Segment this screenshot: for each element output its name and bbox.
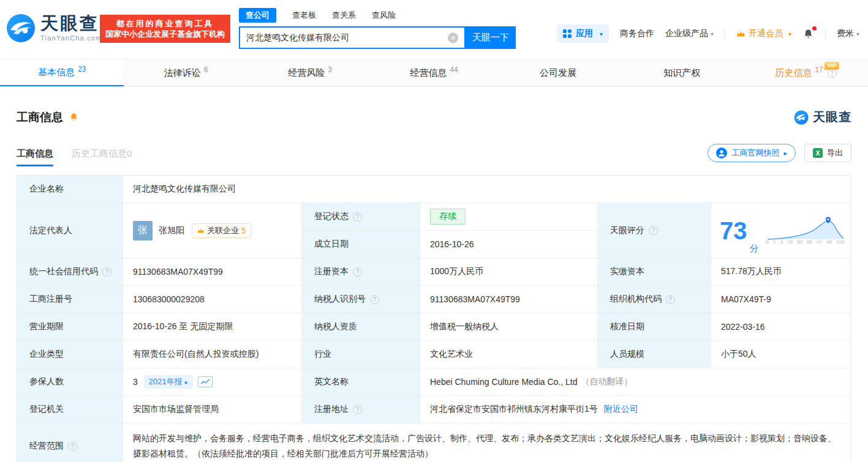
- tab-basic-info[interactable]: 基本信息 23: [0, 59, 124, 86]
- company-name-label: 企业名称: [17, 176, 123, 203]
- english-name-value: Hebei Chuming Culture Media Co., Ltd （自动…: [420, 368, 851, 396]
- tianyancha-logo-icon: [6, 13, 36, 43]
- monitor-bell-icon[interactable]: [69, 112, 79, 122]
- help-icon[interactable]: [666, 295, 675, 304]
- label-text: 组织机构代码: [610, 294, 662, 305]
- export-label: 导出: [827, 147, 843, 158]
- label-text: 成立日期: [314, 239, 349, 250]
- value-text: 2016-10-26: [430, 239, 474, 249]
- approval-date-value: 2022-03-16: [711, 313, 851, 341]
- section-title: 工商信息: [17, 110, 63, 125]
- search-tab-boss[interactable]: 查老板: [292, 10, 316, 21]
- help-icon[interactable]: [353, 267, 362, 277]
- search-tab-risk[interactable]: 查风险: [372, 10, 396, 21]
- search-tab-company[interactable]: 查公司: [239, 8, 276, 23]
- official-snapshot-button[interactable]: 工商官网快照: [708, 144, 796, 162]
- label-text: 天眼评分: [610, 225, 644, 236]
- search-row: 天眼一下: [239, 26, 516, 49]
- help-icon[interactable]: [649, 226, 658, 235]
- related-companies-badge[interactable]: 关联企业 5: [192, 223, 251, 238]
- tab-operating-risk[interactable]: 经营风险 3: [248, 59, 372, 86]
- reg-status-label: 登记状态: [302, 203, 420, 231]
- tab-label: 基本信息: [38, 67, 75, 78]
- axis-tick: 3: [780, 239, 783, 245]
- annual-report-chip[interactable]: 2021年报: [144, 375, 193, 389]
- subtab-row: 工商信息 历史工商信息0 工商官网快照 导出: [17, 144, 851, 166]
- label-text: 核准日期: [610, 321, 644, 332]
- value-text: 河北省保定市安国市祁州镇东河村康平街1号: [430, 404, 598, 415]
- promo-banner: 都在用的商业查询工具 国家中小企业发展子基金旗下机构: [100, 15, 230, 43]
- reg-authority-label: 登记机关: [17, 396, 123, 423]
- axis-tick: 97: [817, 239, 822, 245]
- approval-date-label: 核准日期: [598, 313, 711, 341]
- promo-line2: 国家中小企业发展子基金旗下机构: [105, 29, 225, 39]
- label-text: 注册资本: [314, 266, 349, 277]
- nav-enterprise-products[interactable]: 企业级产品: [665, 28, 714, 39]
- subtab-label: 历史工商信息: [72, 148, 127, 158]
- notifications-bell[interactable]: [802, 28, 814, 40]
- label-text: 纳税人识别号: [314, 294, 366, 305]
- snapshot-icon: [716, 147, 727, 158]
- export-button[interactable]: 导出: [804, 144, 851, 162]
- tab-count: 23: [78, 65, 86, 73]
- nav-open-vip[interactable]: 开通会员: [736, 28, 791, 39]
- label-text: 英文名称: [314, 376, 349, 387]
- address-value: 河北省保定市安国市祁州镇东河村康平街1号 附近公司: [420, 396, 851, 423]
- user-menu[interactable]: 费米: [837, 28, 859, 39]
- apps-menu[interactable]: 应用: [557, 24, 609, 43]
- tax-id-value: 91130683MA07X49T99: [420, 286, 598, 313]
- value-text: Hebei Chuming Culture Media Co., Ltd: [430, 377, 577, 387]
- value-text: 文化艺术业: [430, 349, 473, 360]
- help-icon[interactable]: [68, 442, 77, 451]
- tab-history-info[interactable]: VIP 历史信息 17: [744, 59, 868, 86]
- tab-label: 法律诉讼: [164, 67, 201, 79]
- related-label: 关联企业: [207, 225, 239, 236]
- help-icon[interactable]: [370, 295, 379, 304]
- staff-size-value: 小于50人: [711, 341, 851, 368]
- nearby-companies-link[interactable]: 附近公司: [604, 404, 638, 415]
- search-button[interactable]: 天眼一下: [466, 26, 516, 49]
- subtab-history-business-info[interactable]: 历史工商信息0: [72, 148, 132, 166]
- auto-translate-note: （自动翻译）: [581, 376, 632, 387]
- tab-legal-proceedings[interactable]: 法律诉讼 6: [124, 59, 247, 86]
- help-icon[interactable]: [102, 267, 111, 277]
- tab-operating-info[interactable]: 经营信息 44: [372, 59, 496, 86]
- score-number: 73: [720, 218, 747, 243]
- help-icon[interactable]: [353, 212, 362, 222]
- legal-rep-avatar[interactable]: 张: [133, 221, 153, 240]
- section-header: 工商信息 天眼查: [17, 109, 851, 125]
- value-text: 130683000029208: [133, 294, 205, 304]
- business-term-label: 营业期限: [17, 313, 123, 341]
- establish-date-label: 成立日期: [302, 231, 420, 258]
- tab-label: 经营风险: [288, 67, 325, 79]
- search-input[interactable]: [246, 33, 445, 43]
- value-text: 2016-10-26 至 无固定期限: [133, 321, 233, 332]
- taxpayer-quality-label: 纳税人资质: [302, 313, 420, 341]
- help-icon[interactable]: [353, 405, 362, 414]
- value-text: 网站的开发与维护，会务服务，经营电子商务，组织文化艺术交流活动，广告设计、制作、…: [133, 433, 836, 458]
- tab-intellectual-property[interactable]: 知识产权: [620, 59, 744, 86]
- label-text: 统一社会信用代码: [29, 266, 98, 277]
- tianyancha-logo[interactable]: 天眼查 TianYanCha.com: [6, 13, 102, 43]
- subtab-business-info[interactable]: 工商信息: [17, 148, 53, 166]
- clear-search-icon[interactable]: [448, 32, 458, 43]
- score-unit: 分: [750, 243, 759, 255]
- value-text: 1000万人民币: [430, 266, 483, 277]
- search-area: 查公司 查老板 查关系 查风险 天眼一下: [239, 8, 516, 49]
- axis-tick: 1: [773, 239, 776, 245]
- business-info-table: 企业名称 河北楚鸣文化传媒有限公司 法定代表人 张 张旭阳 关联企业 5 登记状…: [17, 175, 851, 462]
- company-tab-bar: 基本信息 23 法律诉讼 6 经营风险 3 经营信息 44 公司发展 知识产权 …: [0, 59, 868, 87]
- excel-icon: [813, 148, 823, 158]
- paid-capital-value: 517.78万人民币: [711, 258, 851, 286]
- legal-rep-name[interactable]: 张旭阳: [159, 225, 184, 236]
- search-tab-relation[interactable]: 查关系: [332, 10, 356, 21]
- tab-company-development[interactable]: 公司发展: [496, 59, 620, 86]
- score-curve: [766, 216, 845, 240]
- trend-chart-icon[interactable]: [198, 376, 213, 387]
- label-text: 行业: [314, 349, 331, 360]
- nav-cooperation[interactable]: 商务合作: [620, 28, 654, 39]
- axis-tick: 99: [826, 239, 832, 245]
- value-text: 3: [133, 377, 138, 387]
- crown-icon: [197, 228, 205, 234]
- watermark-text: 天眼查: [813, 109, 851, 125]
